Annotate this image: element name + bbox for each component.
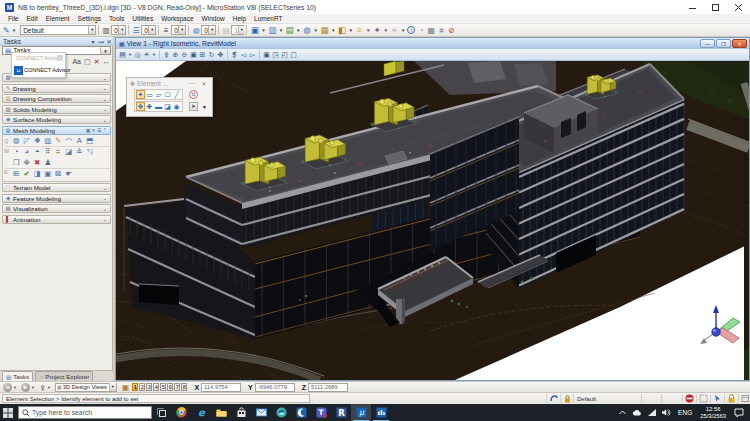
view-previous-icon[interactable]: ◅ — [239, 50, 248, 59]
select-individual[interactable]: ✦ — [136, 90, 145, 99]
mesh-copy-tool[interactable]: ▥ — [43, 136, 54, 146]
view-close-button[interactable]: ✕ — [732, 39, 747, 48]
mode-invert[interactable]: ◪ — [163, 102, 172, 111]
mesh-cube-tool[interactable]: ◨ — [32, 169, 43, 179]
connect-advisor-item[interactable]: ⊔ CONNECT Advisor — [12, 64, 65, 76]
class-combo[interactable]: 1▼ — [231, 25, 244, 35]
menu-workspace[interactable]: Workspace — [161, 15, 193, 22]
select-disabled[interactable]: ⊘ — [189, 90, 198, 99]
clip-volume-icon[interactable]: ◳ — [271, 50, 280, 59]
element-dialog-expand[interactable]: ▼ — [202, 104, 207, 110]
mesh-stack-tool[interactable]: ❒ — [11, 158, 22, 168]
zoom-in-icon[interactable]: ⊕ — [171, 50, 180, 59]
z-coordinate-field[interactable]: 5111.2689 — [308, 383, 348, 392]
fit-view-icon[interactable]: ⊞ — [198, 50, 207, 59]
references-tool-dropdown[interactable]: ▼ — [279, 28, 283, 33]
select-block[interactable]: ▭ — [145, 90, 154, 99]
design-views-dropdown[interactable]: ▼ — [109, 383, 116, 391]
view-render-icon[interactable]: ◎ — [133, 50, 142, 59]
mesh-sphere-tool[interactable]: ◍ — [11, 136, 22, 146]
mesh-grid-tool[interactable]: ⊞ — [11, 169, 22, 179]
menu-edit[interactable]: Edit — [26, 15, 37, 22]
mesh-hand-tool[interactable]: ☛ — [64, 169, 75, 179]
mesh-delete-tool[interactable]: ✖ — [32, 158, 43, 168]
start-button[interactable] — [0, 404, 16, 421]
info-tool[interactable]: i — [407, 26, 415, 34]
mesh-label-tool[interactable]: A — [74, 136, 85, 146]
select-polygon[interactable]: ⬠ — [163, 90, 172, 99]
section-chevron-icon[interactable]: ⌄ — [103, 85, 107, 91]
section-drawing-composition[interactable]: ▥Drawing Composition⌄ — [2, 94, 111, 103]
delete-icon[interactable]: ✕ — [94, 57, 100, 67]
select-cursor[interactable]: ➤ — [189, 102, 198, 111]
microstation-icon[interactable]: μ — [351, 404, 371, 421]
mesh-edit-tool[interactable]: ✎ — [53, 136, 64, 146]
menu-tools[interactable]: Tools — [109, 15, 124, 22]
action-center-icon[interactable] — [734, 408, 744, 417]
section-chevron-icon[interactable]: ⌄ — [103, 96, 107, 102]
section-animation[interactable]: ▌Animation⌄ — [2, 215, 111, 224]
mesh-spray-tool[interactable]: ♟ — [43, 158, 54, 168]
y-coordinate-field[interactable]: -6946.0779 — [255, 383, 295, 392]
mesh-box-tool[interactable]: ⬒ — [85, 136, 96, 146]
properties-tool-dropdown[interactable]: ▼ — [401, 28, 405, 33]
section-terrain-model[interactable]: ◠Terrain Model⌄ — [2, 183, 111, 192]
view-display-mode-icon[interactable]: ▤ — [118, 50, 127, 59]
view-title-bar[interactable]: ▦ View 1 - Right Isometric, RevitModel —… — [116, 38, 749, 49]
line-style-combo[interactable]: 0▼ — [141, 25, 156, 35]
menu-window[interactable]: Window — [202, 15, 225, 22]
view-toggle-3[interactable]: 3 — [146, 383, 152, 391]
x-coordinate-field[interactable]: 114.9754 — [201, 383, 241, 392]
clip-mask-icon[interactable]: ◰ — [280, 50, 289, 59]
rotate-view-icon[interactable]: ↻ — [207, 50, 216, 59]
view-toggle-7[interactable]: 7 — [174, 383, 180, 391]
explorer-tool[interactable]: ✦ — [371, 26, 382, 35]
dgn-status-icon[interactable] — [738, 394, 750, 403]
section-solids-modeling[interactable]: ▧Solids Modeling⌄ — [2, 105, 111, 114]
saved-views-tool-dropdown[interactable]: ▼ — [331, 28, 335, 33]
view-adjust-icon[interactable]: ⚴ — [162, 50, 171, 59]
properties-tool[interactable]: ✧ — [389, 26, 400, 35]
store-icon[interactable] — [231, 404, 251, 421]
active-color-combo[interactable]: 0▼ — [111, 25, 126, 35]
pin-icon[interactable]: ⊶ — [97, 38, 105, 45]
mesh-orb-tool[interactable]: ◕ — [22, 147, 33, 157]
section-chevron-icon[interactable]: ⌄ — [103, 185, 107, 191]
menu-settings[interactable]: Settings — [78, 15, 102, 22]
annotate-icon[interactable]: Aa — [72, 57, 81, 67]
section-mesh-modeling[interactable]: ◍Mesh Modeling▦≡☰⌃ — [2, 126, 111, 135]
section-chevron-icon[interactable]: ⌃ — [103, 127, 107, 133]
mesh-plane-tool[interactable]: ◹ — [85, 147, 96, 157]
element-dialog-title-bar[interactable]: ✥ Element ... — ✕ — [127, 78, 212, 88]
active-color-combo-dropdown[interactable]: ▼ — [118, 26, 125, 34]
view-toggle-8[interactable]: 8 — [181, 383, 187, 391]
mesh-modify-tool[interactable]: ❖ — [32, 136, 43, 146]
explorer-icon[interactable] — [211, 404, 231, 421]
mode-add[interactable]: ✚ — [145, 102, 154, 111]
active-level-combo[interactable]: Default▼ — [20, 25, 96, 35]
markups-tool-dropdown[interactable]: ▼ — [349, 28, 353, 33]
mesh-select-tool[interactable]: ◸ — [22, 136, 33, 146]
section-feature-modeling[interactable]: ◈Feature Modeling⌄ — [2, 194, 111, 203]
menu-element[interactable]: Element — [46, 15, 70, 22]
snap-mode-cell[interactable] — [546, 394, 560, 403]
mesh-check-tool[interactable]: ✔ — [22, 169, 33, 179]
element-dialog-minimize[interactable]: — — [186, 80, 198, 87]
transparency-combo-dropdown[interactable]: ▼ — [208, 26, 215, 34]
close-button[interactable] — [727, 0, 750, 14]
copy-view-icon[interactable]: ▣ — [262, 50, 271, 59]
section-chevron-icon[interactable]: ⌄ — [103, 195, 107, 201]
window-icon[interactable]: ▢ — [84, 57, 91, 67]
menu-utilities[interactable]: Utilities — [132, 15, 153, 22]
fence-status-icon[interactable] — [696, 394, 709, 403]
section-chevron-icon[interactable]: ⌄ — [103, 216, 107, 222]
view-groups-icon[interactable]: ▣ — [122, 383, 130, 392]
tab-tasks[interactable]: ▤Tasks — [2, 371, 33, 381]
menu-lumenrt[interactable]: LumenRT — [254, 15, 282, 22]
mesh-rotate-tool[interactable]: ◔ — [11, 147, 22, 157]
dnd-status-icon[interactable] — [682, 394, 695, 403]
mesh-table2-tool[interactable]: ⠶ — [53, 147, 64, 157]
class-combo-dropdown[interactable]: ▼ — [238, 26, 245, 34]
mesh-table1-tool[interactable]: ⠿ — [43, 147, 54, 157]
locks-cell[interactable] — [560, 394, 573, 403]
